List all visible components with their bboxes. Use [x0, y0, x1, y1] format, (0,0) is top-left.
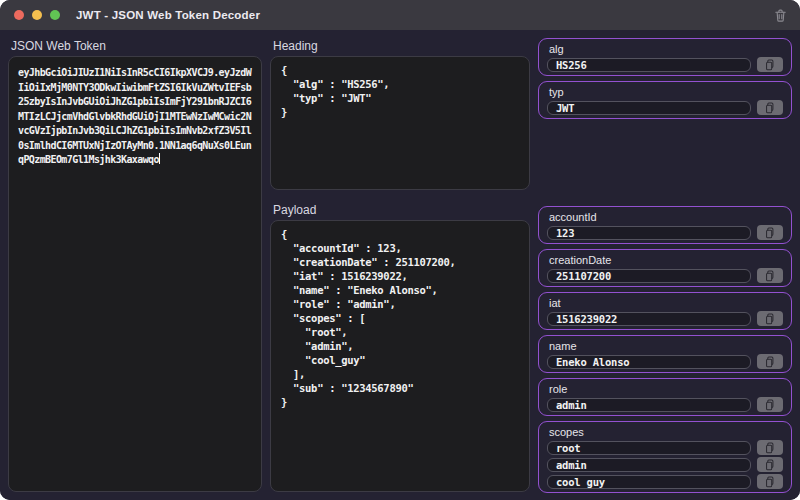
zoom-window-button[interactable]: [50, 10, 60, 20]
header-claims-group: alg HS256 typ JWT: [538, 38, 792, 124]
payload-claims-group: accountId 123 creationDate 251107200: [538, 206, 792, 498]
claim-value-field[interactable]: 123: [547, 226, 751, 240]
app-window: JWT - JSON Web Token Decoder JSON Web To…: [0, 0, 800, 500]
copy-button[interactable]: [757, 100, 783, 115]
claim-value-field[interactable]: admin: [547, 458, 751, 472]
trash-icon: [773, 8, 788, 23]
copy-button[interactable]: [757, 440, 783, 455]
copy-button[interactable]: [757, 397, 783, 412]
claim-key-label: scopes: [549, 426, 783, 438]
claim-value-field[interactable]: JWT: [547, 101, 751, 115]
payload-json-view: { "accountId" : 123, "creationDate" : 25…: [270, 220, 530, 492]
copy-icon: [764, 270, 776, 282]
heading-json-view: { "alg" : "HS256", "typ" : "JWT" }: [270, 56, 530, 190]
copy-button[interactable]: [757, 354, 783, 369]
titlebar: JWT - JSON Web Token Decoder: [0, 0, 800, 30]
claim-value-field[interactable]: admin: [547, 398, 751, 412]
claim-key-label: alg: [549, 43, 783, 55]
claim-key-label: creationDate: [549, 254, 783, 266]
claim-value-field[interactable]: 251107200: [547, 269, 751, 283]
token-column: JSON Web Token eyJhbGciOiJIUzI1NiIsInR5c…: [8, 38, 262, 492]
claim-key-label: typ: [549, 86, 783, 98]
copy-icon: [764, 227, 776, 239]
payload-section-label: Payload: [273, 202, 530, 218]
close-window-button[interactable]: [14, 10, 24, 20]
copy-icon: [764, 313, 776, 325]
copy-icon: [764, 102, 776, 114]
copy-button[interactable]: [757, 268, 783, 283]
claim-value-field[interactable]: Eneko Alonso: [547, 355, 751, 369]
token-text: eyJhbGciOiJIUzI1NiIsInR5cCI6IkpXVCJ9.eyJ…: [18, 67, 251, 165]
copy-button[interactable]: [757, 474, 783, 489]
claim-card-role: role admin: [538, 378, 792, 416]
copy-icon: [764, 442, 776, 454]
claim-value-field[interactable]: root: [547, 441, 751, 455]
copy-button[interactable]: [757, 225, 783, 240]
claim-card-iat: iat 1516239022: [538, 292, 792, 330]
clear-button[interactable]: [771, 6, 790, 25]
claim-key-label: role: [549, 383, 783, 395]
copy-icon: [764, 476, 776, 488]
copy-button[interactable]: [757, 57, 783, 72]
text-caret: [159, 153, 160, 164]
content-area: JSON Web Token eyJhbGciOiJIUzI1NiIsInR5c…: [0, 30, 800, 500]
claim-key-label: name: [549, 340, 783, 352]
token-section-label: JSON Web Token: [11, 38, 262, 54]
copy-button[interactable]: [757, 457, 783, 472]
copy-button[interactable]: [757, 311, 783, 326]
copy-icon: [764, 399, 776, 411]
claims-column: alg HS256 typ JWT: [538, 38, 792, 492]
copy-icon: [764, 459, 776, 471]
claim-value-field[interactable]: cool_guy: [547, 475, 751, 489]
decoded-column: Heading { "alg" : "HS256", "typ" : "JWT"…: [270, 38, 530, 492]
claim-key-label: iat: [549, 297, 783, 309]
heading-section-label: Heading: [273, 38, 530, 54]
token-editor[interactable]: eyJhbGciOiJIUzI1NiIsInR5cCI6IkpXVCJ9.eyJ…: [8, 56, 262, 492]
claim-value-field[interactable]: HS256: [547, 58, 751, 72]
minimize-window-button[interactable]: [32, 10, 42, 20]
claim-card-scopes: scopes root admin cool_guy: [538, 421, 792, 493]
claim-card-alg: alg HS256: [538, 38, 792, 76]
claim-key-label: accountId: [549, 211, 783, 223]
copy-icon: [764, 356, 776, 368]
window-title: JWT - JSON Web Token Decoder: [76, 9, 260, 21]
claim-card-accountid: accountId 123: [538, 206, 792, 244]
claim-value-field[interactable]: 1516239022: [547, 312, 751, 326]
copy-icon: [764, 59, 776, 71]
claim-card-name: name Eneko Alonso: [538, 335, 792, 373]
claim-card-typ: typ JWT: [538, 81, 792, 119]
claim-card-creationdate: creationDate 251107200: [538, 249, 792, 287]
